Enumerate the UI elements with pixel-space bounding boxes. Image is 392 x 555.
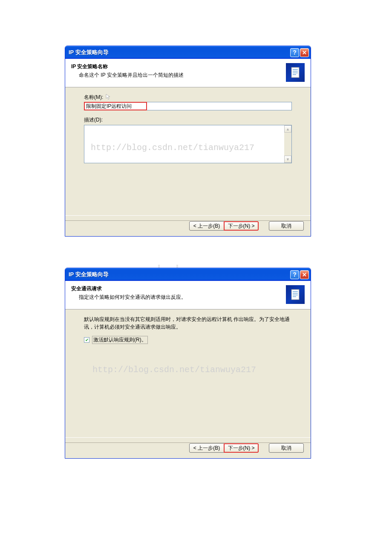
close-button[interactable]: ✕: [300, 48, 309, 57]
checkbox-icon[interactable]: ✔: [84, 337, 89, 343]
document-icon: [286, 63, 305, 82]
name-label: 名称(M):: [84, 93, 292, 101]
header-subtitle: 命名这个 IP 安全策略并且给出一个简短的描述: [71, 72, 282, 79]
activate-rule-checkbox[interactable]: ✔ 激活默认响应规则(R)。: [84, 336, 292, 344]
close-button[interactable]: ✕: [300, 270, 309, 279]
info-text: 默认响应规则在当没有其它规则适用时，对请求安全的远程计算机 作出响应。为了安全地…: [84, 315, 292, 331]
dialog-footer: < 上一步(B) 下一步(N) > 取消: [65, 437, 311, 458]
next-button[interactable]: 下一步(N) >: [224, 443, 259, 453]
scroll-up-icon[interactable]: ▲: [284, 125, 291, 133]
name-input[interactable]: [84, 102, 147, 110]
titlebar-text: IP 安全策略向导: [69, 271, 290, 278]
desc-textarea[interactable]: [84, 125, 284, 163]
titlebar-text: IP 安全策略向导: [69, 49, 290, 56]
document-icon: [286, 285, 305, 304]
desc-label: 描述(D):: [84, 116, 292, 124]
header-title: 安全通讯请求: [71, 285, 282, 292]
dialog-footer: < 上一步(B) 下一步(N) > 取消: [65, 215, 311, 236]
back-button[interactable]: < 上一步(B): [189, 443, 224, 453]
header-subtitle: 指定这个策略如何对安全通讯的请求做出反应。: [71, 294, 282, 301]
wizard-dialog-name: IP 安全策略向导 ? ✕ IP 安全策略名称 命名这个 IP 安全策略并且给出…: [65, 46, 311, 237]
titlebar[interactable]: IP 安全策略向导 ? ✕: [65, 46, 311, 59]
back-button[interactable]: < 上一步(B): [189, 221, 224, 231]
cancel-button[interactable]: 取消: [269, 443, 304, 453]
next-button[interactable]: 下一步(N) >: [224, 221, 259, 231]
titlebar[interactable]: IP 安全策略向导 ? ✕: [65, 268, 311, 281]
checkbox-label: 激活默认响应规则(R)。: [92, 336, 148, 344]
header-title: IP 安全策略名称: [71, 63, 282, 70]
dialog-content: 名称(M): 描述(D): ▲ ▼ http://blog.csdn.net/t…: [65, 87, 311, 215]
help-button[interactable]: ?: [290, 48, 299, 57]
scroll-down-icon[interactable]: ▼: [284, 156, 291, 163]
dialog-content: 默认响应规则在当没有其它规则适用时，对请求安全的远程计算机 作出响应。为了安全地…: [65, 309, 311, 437]
svg-rect-0: [291, 67, 299, 78]
watermark-text: http://blog.csdn.net/tianwuya217: [92, 365, 256, 375]
svg-rect-1: [291, 289, 299, 300]
cursor-icon: [105, 93, 112, 101]
dialog-header: IP 安全策略名称 命名这个 IP 安全策略并且给出一个简短的描述: [65, 59, 311, 87]
scrollbar[interactable]: ▲ ▼: [284, 125, 291, 163]
help-button[interactable]: ?: [290, 270, 299, 279]
desc-textarea-wrap: ▲ ▼: [84, 125, 292, 163]
wizard-dialog-comm: IP 安全策略向导 ? ✕ 安全通讯请求 指定这个策略如何对安全通讯的请求做出反…: [65, 268, 311, 459]
name-input-extend[interactable]: [147, 102, 292, 110]
dialog-header: 安全通讯请求 指定这个策略如何对安全通讯的请求做出反应。: [65, 281, 311, 309]
cancel-button[interactable]: 取消: [269, 221, 304, 231]
